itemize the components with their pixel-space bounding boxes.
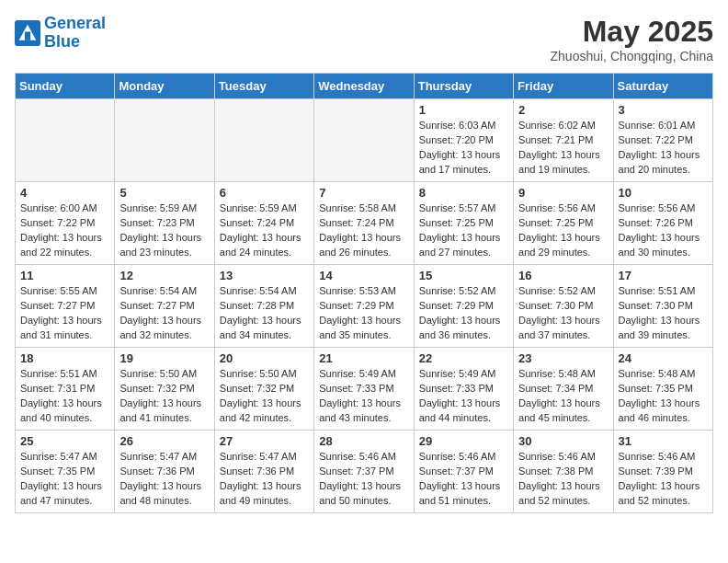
calendar-cell: 17Sunrise: 5:51 AMSunset: 7:30 PMDayligh… (613, 265, 712, 348)
day-number: 28 (319, 434, 408, 448)
day-info: Sunrise: 5:47 AMSunset: 7:36 PMDaylight:… (119, 450, 209, 509)
day-info: Sunrise: 5:57 AMSunset: 7:25 PMDaylight:… (419, 201, 508, 260)
day-info: Sunrise: 5:47 AMSunset: 7:36 PMDaylight:… (220, 450, 309, 509)
day-number: 20 (220, 351, 309, 365)
calendar-cell: 13Sunrise: 5:54 AMSunset: 7:28 PMDayligh… (214, 265, 313, 348)
day-info: Sunrise: 5:59 AMSunset: 7:24 PMDaylight:… (220, 201, 309, 260)
weekday-header-row: SundayMondayTuesdayWednesdayThursdayFrid… (16, 74, 713, 99)
calendar-cell: 8Sunrise: 5:57 AMSunset: 7:25 PMDaylight… (414, 182, 513, 265)
calendar-cell: 21Sunrise: 5:49 AMSunset: 7:33 PMDayligh… (314, 348, 414, 431)
day-info: Sunrise: 5:50 AMSunset: 7:32 PMDaylight:… (220, 367, 309, 426)
day-info: Sunrise: 5:46 AMSunset: 7:39 PMDaylight:… (619, 450, 708, 509)
day-number: 30 (518, 434, 608, 448)
calendar-cell: 19Sunrise: 5:50 AMSunset: 7:32 PMDayligh… (115, 348, 214, 431)
day-number: 21 (319, 351, 408, 365)
day-number: 25 (20, 434, 109, 448)
day-info: Sunrise: 5:56 AMSunset: 7:25 PMDaylight:… (518, 201, 608, 260)
day-number: 14 (319, 269, 408, 282)
calendar-cell: 18Sunrise: 5:51 AMSunset: 7:31 PMDayligh… (16, 348, 115, 431)
day-number: 15 (419, 269, 508, 282)
day-number: 23 (518, 351, 608, 365)
day-number: 5 (119, 186, 209, 200)
calendar-cell: 28Sunrise: 5:46 AMSunset: 7:37 PMDayligh… (314, 431, 414, 513)
day-info: Sunrise: 5:46 AMSunset: 7:38 PMDaylight:… (518, 450, 608, 509)
day-number: 4 (20, 186, 109, 200)
day-number: 17 (619, 269, 708, 282)
day-info: Sunrise: 5:51 AMSunset: 7:31 PMDaylight:… (20, 367, 109, 426)
month-title: May 2025 (551, 15, 713, 49)
day-number: 22 (419, 351, 508, 365)
day-info: Sunrise: 5:48 AMSunset: 7:34 PMDaylight:… (518, 367, 608, 426)
calendar-cell: 27Sunrise: 5:47 AMSunset: 7:36 PMDayligh… (214, 431, 313, 513)
day-number: 13 (220, 269, 309, 282)
calendar-cell (16, 99, 115, 182)
day-number: 31 (619, 434, 708, 448)
logo-blue: Blue (44, 33, 106, 52)
day-info: Sunrise: 6:00 AMSunset: 7:22 PMDaylight:… (20, 201, 109, 260)
day-info: Sunrise: 5:55 AMSunset: 7:27 PMDaylight:… (20, 284, 109, 343)
day-number: 16 (518, 269, 608, 282)
calendar-cell: 2Sunrise: 6:02 AMSunset: 7:21 PMDaylight… (514, 99, 613, 182)
day-info: Sunrise: 5:59 AMSunset: 7:23 PMDaylight:… (119, 201, 209, 260)
weekday-header-wednesday: Wednesday (314, 74, 414, 99)
calendar-cell: 29Sunrise: 5:46 AMSunset: 7:37 PMDayligh… (414, 431, 513, 513)
weekday-header-saturday: Saturday (613, 74, 712, 99)
weekday-header-friday: Friday (514, 74, 613, 99)
day-number: 11 (20, 269, 109, 282)
title-block: May 2025 Zhuoshui, Chongqing, China (551, 15, 713, 63)
weekday-header-sunday: Sunday (16, 74, 115, 99)
day-info: Sunrise: 5:56 AMSunset: 7:26 PMDaylight:… (619, 201, 708, 260)
calendar-cell (115, 99, 214, 182)
calendar-cell: 4Sunrise: 6:00 AMSunset: 7:22 PMDaylight… (16, 182, 115, 265)
day-number: 24 (619, 351, 708, 365)
calendar-cell: 16Sunrise: 5:52 AMSunset: 7:30 PMDayligh… (514, 265, 613, 348)
svg-rect-2 (25, 31, 30, 40)
weekday-header-monday: Monday (115, 74, 214, 99)
day-info: Sunrise: 5:47 AMSunset: 7:35 PMDaylight:… (20, 450, 109, 509)
calendar-cell: 12Sunrise: 5:54 AMSunset: 7:27 PMDayligh… (115, 265, 214, 348)
day-info: Sunrise: 6:01 AMSunset: 7:22 PMDaylight:… (619, 119, 708, 178)
day-info: Sunrise: 5:48 AMSunset: 7:35 PMDaylight:… (619, 367, 708, 426)
calendar-cell: 26Sunrise: 5:47 AMSunset: 7:36 PMDayligh… (115, 431, 214, 513)
day-number: 26 (119, 434, 209, 448)
day-number: 10 (619, 186, 708, 200)
week-row-1: 1Sunrise: 6:03 AMSunset: 7:20 PMDaylight… (16, 99, 713, 182)
logo-general: General (44, 14, 106, 32)
day-info: Sunrise: 5:54 AMSunset: 7:27 PMDaylight:… (119, 284, 209, 343)
calendar-cell: 7Sunrise: 5:58 AMSunset: 7:24 PMDaylight… (314, 182, 414, 265)
day-number: 29 (419, 434, 508, 448)
calendar-cell: 15Sunrise: 5:52 AMSunset: 7:29 PMDayligh… (414, 265, 513, 348)
calendar-cell: 25Sunrise: 5:47 AMSunset: 7:35 PMDayligh… (16, 431, 115, 513)
calendar-cell: 1Sunrise: 6:03 AMSunset: 7:20 PMDaylight… (414, 99, 513, 182)
week-row-5: 25Sunrise: 5:47 AMSunset: 7:35 PMDayligh… (16, 431, 713, 513)
day-number: 3 (619, 103, 708, 117)
day-info: Sunrise: 5:46 AMSunset: 7:37 PMDaylight:… (419, 450, 508, 509)
day-info: Sunrise: 6:02 AMSunset: 7:21 PMDaylight:… (518, 119, 608, 178)
day-number: 19 (119, 351, 209, 365)
day-info: Sunrise: 5:53 AMSunset: 7:29 PMDaylight:… (319, 284, 408, 343)
calendar-cell (314, 99, 414, 182)
day-info: Sunrise: 6:03 AMSunset: 7:20 PMDaylight:… (419, 119, 508, 178)
day-info: Sunrise: 5:54 AMSunset: 7:28 PMDaylight:… (220, 284, 309, 343)
day-number: 12 (119, 269, 209, 282)
calendar-cell: 10Sunrise: 5:56 AMSunset: 7:26 PMDayligh… (613, 182, 712, 265)
calendar-cell: 31Sunrise: 5:46 AMSunset: 7:39 PMDayligh… (613, 431, 712, 513)
calendar-cell: 14Sunrise: 5:53 AMSunset: 7:29 PMDayligh… (314, 265, 414, 348)
calendar-cell: 23Sunrise: 5:48 AMSunset: 7:34 PMDayligh… (514, 348, 613, 431)
day-number: 9 (518, 186, 608, 200)
week-row-3: 11Sunrise: 5:55 AMSunset: 7:27 PMDayligh… (16, 265, 713, 348)
day-number: 2 (518, 103, 608, 117)
calendar-table: SundayMondayTuesdayWednesdayThursdayFrid… (15, 73, 713, 513)
calendar-cell: 22Sunrise: 5:49 AMSunset: 7:33 PMDayligh… (414, 348, 513, 431)
logo-icon (15, 20, 40, 46)
weekday-header-thursday: Thursday (414, 74, 513, 99)
day-info: Sunrise: 5:58 AMSunset: 7:24 PMDaylight:… (319, 201, 408, 260)
day-info: Sunrise: 5:52 AMSunset: 7:30 PMDaylight:… (518, 284, 608, 343)
page-header: General Blue May 2025 Zhuoshui, Chongqin… (15, 15, 713, 63)
day-info: Sunrise: 5:50 AMSunset: 7:32 PMDaylight:… (119, 367, 209, 426)
day-info: Sunrise: 5:51 AMSunset: 7:30 PMDaylight:… (619, 284, 708, 343)
calendar-cell: 30Sunrise: 5:46 AMSunset: 7:38 PMDayligh… (514, 431, 613, 513)
day-info: Sunrise: 5:49 AMSunset: 7:33 PMDaylight:… (319, 367, 408, 426)
weekday-header-tuesday: Tuesday (214, 74, 313, 99)
calendar-cell: 20Sunrise: 5:50 AMSunset: 7:32 PMDayligh… (214, 348, 313, 431)
